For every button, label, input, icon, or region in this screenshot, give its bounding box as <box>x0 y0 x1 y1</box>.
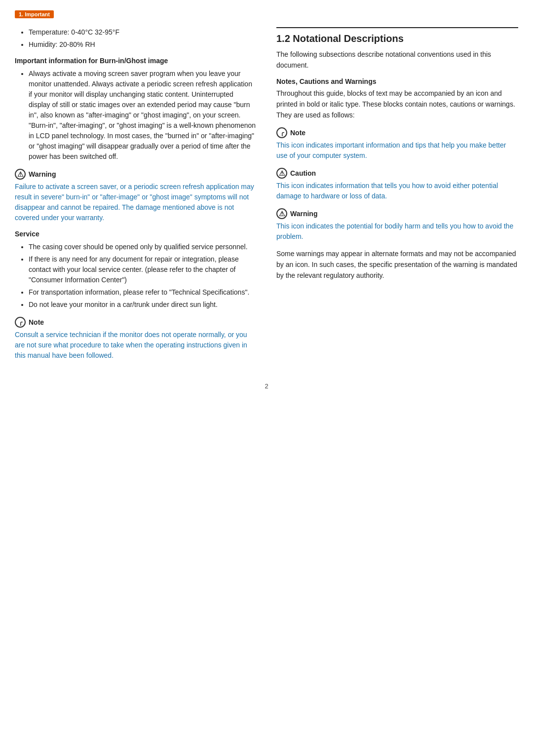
alt-warning-text: Some warnings may appear in alternate fo… <box>276 249 518 281</box>
intro-text: The following subsections describe notat… <box>276 49 518 71</box>
left-column: Temperature: 0-40°C 32-95°F Humidity: 20… <box>15 27 257 368</box>
list-item: The casing cover should be opened only b… <box>29 242 257 252</box>
caution-icon: ⚠ <box>276 168 287 179</box>
right-caution-label: Caution <box>290 169 316 177</box>
notes-cautions-title: Notes, Cautions and Warnings <box>276 77 518 85</box>
notes-cautions-text: Throughout this guide, blocks of text ma… <box>276 88 518 120</box>
right-note-label: Note <box>290 129 305 137</box>
right-warning-icon: ⚠ <box>276 208 287 219</box>
burn-in-bullet: Always activate a moving screen saver pr… <box>29 69 257 162</box>
right-caution-text: This icon indicates information that tel… <box>276 181 518 201</box>
note-icon: ╭ <box>15 317 26 328</box>
right-warning-label: Warning <box>290 210 317 218</box>
right-note-text: This icon indicates important informatio… <box>276 140 518 161</box>
note-box: ╭ Note Consult a service technician if t… <box>15 317 257 361</box>
temp-bullet: Temperature: 0-40°C 32-95°F <box>29 27 257 38</box>
right-caution-header: ⚠ Caution <box>276 168 518 179</box>
warning-label: Warning <box>29 170 56 178</box>
warning-text: Failure to activate a screen saver, or a… <box>15 182 257 223</box>
list-item: Do not leave your monitor in a car/trunk… <box>29 300 257 310</box>
right-note-header: ╭ Note <box>276 127 518 138</box>
right-warning-header: ⚠ Warning <box>276 208 518 219</box>
right-warning-box: ⚠ Warning This icon indicates the potent… <box>276 208 518 242</box>
note-header: ╭ Note <box>15 317 257 328</box>
warning-box: ⚠ Warning Failure to activate a screen s… <box>15 169 257 223</box>
right-warning-text: This icon indicates the potential for bo… <box>276 221 518 242</box>
page-tag: 1. Important <box>15 10 54 18</box>
service-list: The casing cover should be opened only b… <box>15 242 257 310</box>
note-text: Consult a service technician if the moni… <box>15 330 257 361</box>
right-note-box: ╭ Note This icon indicates important inf… <box>276 127 518 161</box>
list-item: For transportation information, please r… <box>29 287 257 298</box>
right-note-icon: ╭ <box>276 127 287 138</box>
service-title: Service <box>15 230 257 238</box>
section-heading: 1.2 Notational Descriptions <box>276 33 518 44</box>
right-column: 1.2 Notational Descriptions The followin… <box>276 27 518 368</box>
list-item: If there is any need for any document fo… <box>29 254 257 285</box>
warning-icon: ⚠ <box>15 169 26 180</box>
burn-in-title: Important information for Burn-in/Ghost … <box>15 57 257 65</box>
humidity-bullet: Humidity: 20-80% RH <box>29 39 257 50</box>
warning-header: ⚠ Warning <box>15 169 257 180</box>
page-number: 2 <box>15 382 518 390</box>
right-caution-box: ⚠ Caution This icon indicates informatio… <box>276 168 518 201</box>
note-label: Note <box>29 318 44 326</box>
